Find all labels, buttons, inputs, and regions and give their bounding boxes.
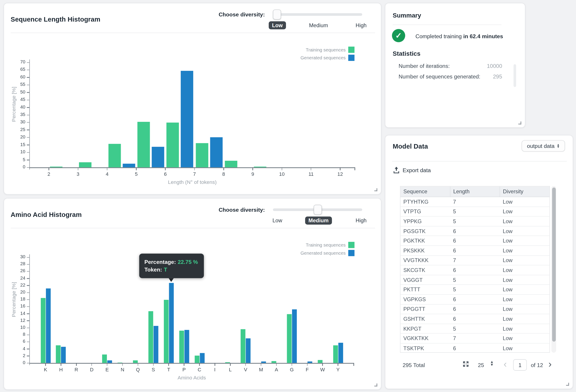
table-row[interactable]: VGGGT5Low	[401, 275, 550, 285]
bar-training-E[interactable]	[102, 354, 107, 363]
table-row[interactable]: VVGTKKK7Low	[401, 255, 550, 265]
x-tick-label: F	[299, 367, 315, 372]
previous-page-button[interactable]: ‹	[504, 360, 507, 368]
bar-training-Y[interactable]	[333, 345, 338, 363]
x-tick-mark	[45, 363, 46, 366]
bar-training-5[interactable]	[137, 122, 150, 167]
table-row[interactable]: PKTTT5Low	[401, 285, 550, 294]
bar-training-T[interactable]	[164, 300, 169, 363]
table-row[interactable]: PPGGTT6Low	[401, 304, 550, 314]
bar-training-S[interactable]	[148, 311, 153, 363]
stepper-down-icon[interactable]: ▼	[490, 363, 494, 366]
bar-generated-K[interactable]	[46, 288, 50, 363]
statistics-scrollbar[interactable]	[514, 64, 516, 87]
table-row[interactable]: PKSKKK6Low	[401, 246, 550, 255]
bar-generated-E[interactable]	[107, 361, 112, 363]
bar-generated-4[interactable]	[123, 164, 135, 167]
bar-training-L[interactable]	[225, 362, 230, 363]
resize-handle-icon[interactable]	[374, 188, 377, 191]
x-tick-mark	[322, 363, 323, 366]
diversity-cell: Low	[500, 226, 549, 236]
table-row[interactable]: VGPKGS6Low	[401, 294, 550, 304]
bar-training-4[interactable]	[108, 144, 121, 167]
diversity-cell: Low	[500, 265, 549, 275]
bar-training-9[interactable]	[254, 167, 266, 167]
bar-training-Q[interactable]	[133, 361, 138, 363]
resize-handle-icon[interactable]	[518, 121, 521, 124]
x-tick-label: K	[38, 367, 54, 372]
column-header-diversity[interactable]: Diversity	[500, 186, 549, 197]
sequence-cell: VGPKGS	[401, 294, 450, 304]
table-row[interactable]: PGSGTK6Low	[401, 226, 550, 236]
x-tick-mark	[76, 363, 77, 366]
page-size-stepper[interactable]: ▲▼	[490, 360, 494, 366]
bar-training-6[interactable]	[167, 123, 179, 167]
column-header-sequence[interactable]: Sequence	[401, 186, 450, 197]
sequence-cell: PPGGTT	[401, 304, 450, 314]
resize-handle-icon[interactable]	[566, 383, 569, 386]
table-row[interactable]: VGKKTKK7Low	[401, 334, 550, 343]
y-tick-mark	[27, 320, 29, 321]
y-tick-label: 30	[9, 254, 26, 259]
table-row[interactable]: KKPGT5Low	[401, 324, 550, 333]
bar-training-P[interactable]	[179, 330, 184, 363]
y-tick-mark	[27, 327, 29, 328]
expand-table-button[interactable]	[462, 361, 469, 368]
sequence-cell: SKCGTK	[401, 265, 450, 275]
select-value: output data	[527, 143, 555, 149]
bar-generated-V[interactable]	[246, 338, 251, 363]
bar-training-V[interactable]	[241, 329, 245, 363]
bar-generated-T[interactable]	[169, 283, 174, 363]
table-row[interactable]: TSKTPK6Low	[401, 343, 550, 353]
table-row[interactable]: PGKTKK6Low	[401, 236, 550, 246]
bar-training-C[interactable]	[194, 356, 199, 363]
bar-training-8[interactable]	[225, 161, 237, 167]
bar-training-W[interactable]	[318, 360, 322, 363]
resize-handle-icon[interactable]	[374, 384, 377, 386]
next-page-button[interactable]: ›	[548, 360, 552, 368]
table-row[interactable]: VTPTG5Low	[401, 207, 550, 216]
y-tick-label: 4	[9, 346, 26, 351]
sequence-cell: PKTTT	[401, 285, 450, 294]
y-tick-mark	[27, 77, 29, 78]
length-cell: 7	[450, 334, 500, 343]
table-scrollbar-track[interactable]	[551, 186, 556, 353]
sequences-table: SequenceLengthDiversity PTYHTKG7LowVTPTG…	[400, 186, 550, 353]
bar-training-A[interactable]	[272, 361, 276, 363]
bar-generated-C[interactable]	[200, 353, 204, 363]
bar-training-3[interactable]	[79, 162, 92, 167]
bar-generated-M[interactable]	[261, 362, 266, 363]
length-cell: 5	[450, 275, 500, 285]
model-data-panel: Model Data output data ▲▼ Export data Se…	[385, 135, 573, 389]
x-tick-label: Y	[330, 367, 346, 372]
bar-generated-S[interactable]	[153, 326, 158, 363]
bar-generated-5[interactable]	[152, 147, 164, 167]
bar-training-N[interactable]	[117, 362, 122, 363]
bar-training-H[interactable]	[56, 345, 61, 363]
bar-training-G[interactable]	[287, 314, 292, 363]
length-cell: 6	[450, 226, 500, 236]
x-tick-label: Q	[130, 367, 146, 372]
table-row[interactable]: YPPKG5Low	[401, 216, 550, 226]
page-number-input[interactable]	[513, 359, 527, 371]
table-row[interactable]: SKCGTK6Low	[401, 265, 550, 275]
bar-generated-P[interactable]	[184, 330, 189, 363]
export-data-button[interactable]: Export data	[394, 167, 431, 174]
column-header-length[interactable]: Length	[450, 186, 500, 197]
bar-generated-Y[interactable]	[338, 343, 343, 363]
data-source-select[interactable]: output data ▲▼	[521, 140, 565, 152]
bar-generated-H[interactable]	[61, 347, 66, 363]
table-row[interactable]: PTYHTKG7Low	[401, 197, 550, 207]
bar-training-2[interactable]	[50, 167, 62, 167]
bar-training-7[interactable]	[196, 143, 208, 167]
table-scrollbar-thumb[interactable]	[552, 187, 555, 342]
bar-generated-F[interactable]	[307, 362, 312, 363]
bar-training-K[interactable]	[40, 298, 45, 363]
sequence-cell: PTYHTKG	[401, 197, 450, 207]
table-row[interactable]: GSHTTK6Low	[401, 314, 550, 324]
sequence-cell: VTPTG	[401, 207, 450, 216]
bar-generated-6[interactable]	[181, 71, 194, 167]
bar-generated-G[interactable]	[292, 309, 297, 363]
length-cell: 6	[450, 314, 500, 324]
bar-generated-7[interactable]	[210, 137, 223, 167]
